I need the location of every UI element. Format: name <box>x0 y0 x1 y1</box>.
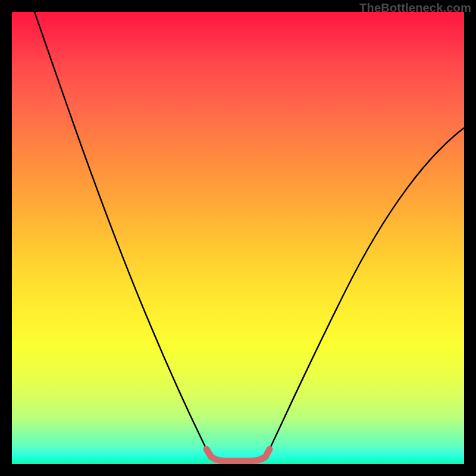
watermark-text: TheBottleneck.com <box>359 1 471 15</box>
right-curve <box>270 128 464 449</box>
curve-overlay <box>12 12 464 464</box>
chart-container: { "watermark": "TheBottleneck.com", "cha… <box>0 0 476 476</box>
left-curve <box>35 12 206 449</box>
plot-area <box>12 12 464 464</box>
valley-step <box>206 449 270 461</box>
